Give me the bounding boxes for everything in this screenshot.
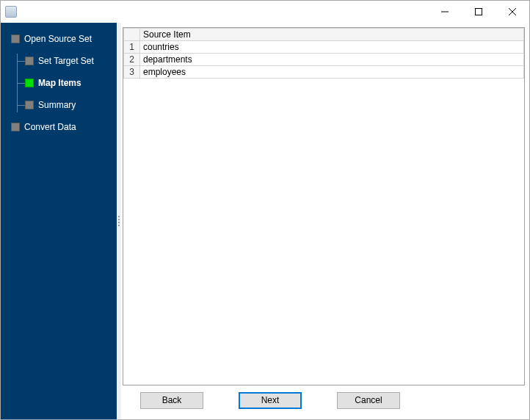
maximize-icon: [475, 8, 482, 15]
row-number: 2: [124, 54, 140, 66]
table-header-row: Source Item: [124, 29, 524, 41]
step-open-source-set[interactable]: Open Source Set: [11, 32, 117, 46]
sidebar: Open Source Set Set Target Set Map Items…: [1, 23, 117, 419]
body: Open Source Set Set Target Set Map Items…: [1, 23, 529, 419]
table-row[interactable]: 2 departments: [124, 54, 524, 66]
grip-icon: [118, 216, 120, 226]
col-header-source-item[interactable]: Source Item: [140, 29, 524, 41]
close-icon: [509, 8, 516, 15]
button-label: Next: [261, 395, 280, 405]
step-box-icon: [11, 123, 20, 131]
row-number: 1: [124, 41, 140, 54]
step-label: Open Source Set: [24, 34, 92, 44]
titlebar: [1, 1, 529, 23]
step-box-icon: [25, 57, 34, 65]
source-items-grid[interactable]: Source Item 1 countries 2 departments: [123, 27, 525, 385]
step-label: Summary: [38, 100, 76, 110]
row-number: 3: [124, 66, 140, 79]
titlebar-controls: [428, 1, 529, 23]
svg-line-3: [509, 8, 516, 15]
cell-source-item[interactable]: employees: [140, 66, 524, 79]
wizard-window: Open Source Set Set Target Set Map Items…: [0, 0, 530, 420]
button-label: Cancel: [355, 395, 382, 405]
step-label: Set Target Set: [38, 56, 94, 66]
cell-source-item[interactable]: countries: [140, 41, 524, 54]
corner-cell: [124, 29, 140, 41]
step-children: Set Target Set Map Items Summary: [17, 54, 117, 112]
next-button[interactable]: Next: [239, 392, 302, 409]
titlebar-left: [1, 6, 21, 18]
back-button[interactable]: Back: [140, 392, 203, 409]
table-row[interactable]: 3 employees: [124, 66, 524, 79]
step-label: Convert Data: [24, 122, 76, 132]
button-bar: Back Next Cancel: [123, 385, 525, 415]
step-box-icon: [25, 101, 34, 109]
svg-rect-1: [476, 9, 482, 15]
step-convert-data[interactable]: Convert Data: [11, 120, 117, 134]
minimize-icon: [441, 8, 449, 15]
step-box-icon: [25, 79, 34, 87]
close-button[interactable]: [495, 1, 529, 23]
minimize-button[interactable]: [428, 1, 462, 23]
step-summary[interactable]: Summary: [25, 98, 117, 112]
maximize-button[interactable]: [462, 1, 495, 23]
cancel-button[interactable]: Cancel: [337, 392, 400, 409]
wizard-steps-tree: Open Source Set Set Target Set Map Items…: [4, 32, 117, 134]
step-map-items[interactable]: Map Items: [25, 76, 117, 90]
source-items-table: Source Item 1 countries 2 departments: [123, 28, 524, 79]
main-panel: Source Item 1 countries 2 departments: [121, 23, 529, 419]
svg-line-2: [509, 8, 516, 15]
step-set-target-set[interactable]: Set Target Set: [25, 54, 117, 68]
step-box-icon: [11, 35, 20, 43]
app-icon: [5, 6, 17, 18]
table-row[interactable]: 1 countries: [124, 41, 524, 54]
cell-source-item[interactable]: departments: [140, 54, 524, 66]
step-label: Map Items: [38, 78, 81, 88]
button-label: Back: [162, 395, 182, 405]
